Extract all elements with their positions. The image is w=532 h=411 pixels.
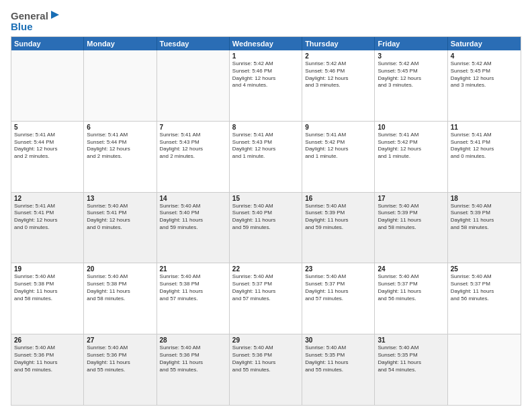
cal-cell: 8Sunrise: 5:41 AMSunset: 5:43 PMDaylight… [230, 122, 302, 192]
cell-line: Daylight: 11 hours [160, 288, 226, 295]
cell-line: Daylight: 12 hours [87, 217, 153, 224]
cell-line: Sunrise: 5:40 AM [160, 203, 226, 210]
cell-line: Daylight: 12 hours [14, 217, 81, 224]
header: General Blue [11, 8, 521, 32]
day-number: 24 [378, 265, 444, 273]
cell-line: Daylight: 12 hours [378, 146, 444, 153]
day-header-thursday: Thursday [302, 37, 375, 50]
logo-general: General [11, 10, 48, 21]
cell-line: Daylight: 11 hours [378, 288, 444, 295]
cell-line: Sunrise: 5:40 AM [14, 345, 81, 352]
cal-cell: 14Sunrise: 5:40 AMSunset: 5:40 PMDayligh… [157, 193, 230, 263]
day-number: 23 [305, 265, 371, 273]
cal-cell: 6Sunrise: 5:41 AMSunset: 5:44 PMDaylight… [84, 122, 157, 192]
cal-cell [157, 50, 230, 121]
cell-line: Daylight: 11 hours [14, 359, 81, 367]
cell-line: and 55 minutes. [160, 367, 226, 374]
cell-line: Sunset: 5:46 PM [305, 68, 371, 75]
cell-line: and 59 minutes. [160, 224, 226, 232]
cell-line: Daylight: 11 hours [305, 288, 371, 295]
cell-line: Sunrise: 5:40 AM [378, 345, 444, 352]
cell-line: Sunset: 5:40 PM [160, 210, 226, 217]
cal-cell: 1Sunrise: 5:42 AMSunset: 5:46 PMDaylight… [230, 50, 302, 121]
cal-cell: 19Sunrise: 5:40 AMSunset: 5:38 PMDayligh… [11, 263, 84, 334]
cell-line: and 55 minutes. [305, 367, 371, 374]
cell-line: Sunset: 5:38 PM [14, 281, 81, 288]
cell-line: and 59 minutes. [305, 224, 371, 232]
cell-line: Daylight: 11 hours [232, 359, 299, 367]
day-number: 8 [232, 124, 299, 131]
cell-line: Daylight: 12 hours [232, 146, 299, 153]
cal-cell: 2Sunrise: 5:42 AMSunset: 5:46 PMDaylight… [302, 50, 375, 121]
cell-line: Sunrise: 5:40 AM [305, 273, 371, 281]
cell-line: Sunrise: 5:40 AM [87, 345, 153, 352]
day-number: 3 [378, 52, 444, 60]
cell-line: and 54 minutes. [378, 367, 444, 374]
cell-line: Sunset: 5:37 PM [378, 281, 444, 288]
day-number: 16 [305, 195, 371, 202]
cell-line: Sunset: 5:36 PM [14, 352, 81, 359]
cal-cell [84, 50, 157, 121]
cell-line: and 58 minutes. [14, 295, 81, 303]
cal-cell: 30Sunrise: 5:40 AMSunset: 5:35 PMDayligh… [302, 334, 375, 405]
day-number: 11 [451, 124, 518, 131]
cell-line: Sunset: 5:41 PM [87, 210, 153, 217]
cell-line: Daylight: 11 hours [232, 288, 299, 295]
cell-line: Sunrise: 5:40 AM [451, 273, 518, 281]
day-number: 1 [232, 52, 299, 60]
cell-line: Daylight: 12 hours [305, 75, 371, 83]
page: General Blue SundayMondayTuesdayWednesda… [0, 0, 532, 411]
cal-row-0: 1Sunrise: 5:42 AMSunset: 5:46 PMDaylight… [11, 50, 521, 122]
cal-cell [11, 50, 84, 121]
cal-cell: 27Sunrise: 5:40 AMSunset: 5:36 PMDayligh… [84, 334, 157, 405]
cell-line: Sunrise: 5:40 AM [232, 345, 299, 352]
day-number: 26 [14, 336, 81, 344]
cal-row-3: 19Sunrise: 5:40 AMSunset: 5:38 PMDayligh… [11, 263, 521, 334]
cell-line: Sunrise: 5:41 AM [378, 132, 444, 139]
day-number: 20 [87, 265, 153, 273]
cell-line: Sunrise: 5:41 AM [305, 132, 371, 139]
day-number: 14 [160, 195, 226, 202]
cell-line: Sunrise: 5:40 AM [378, 273, 444, 281]
cell-line: Daylight: 11 hours [14, 288, 81, 295]
day-number: 15 [232, 195, 299, 202]
cal-cell: 22Sunrise: 5:40 AMSunset: 5:37 PMDayligh… [230, 263, 302, 334]
day-header-sunday: Sunday [11, 37, 84, 50]
day-header-wednesday: Wednesday [230, 37, 302, 50]
cell-line: Sunset: 5:37 PM [232, 281, 299, 288]
cell-line: and 56 minutes. [378, 295, 444, 303]
cal-cell: 16Sunrise: 5:40 AMSunset: 5:39 PMDayligh… [302, 193, 375, 263]
day-number: 21 [160, 265, 226, 273]
cell-line: and 2 minutes. [87, 153, 153, 161]
cell-line: Daylight: 12 hours [451, 75, 518, 83]
cell-line: Sunset: 5:43 PM [232, 139, 299, 146]
cell-line: and 58 minutes. [451, 224, 518, 232]
cal-cell: 5Sunrise: 5:41 AMSunset: 5:44 PMDaylight… [11, 122, 84, 192]
cell-line: Sunrise: 5:42 AM [378, 60, 444, 68]
day-number: 18 [451, 195, 518, 202]
cell-line: Daylight: 11 hours [160, 217, 226, 224]
cell-line: Sunset: 5:41 PM [14, 210, 81, 217]
cal-cell: 20Sunrise: 5:40 AMSunset: 5:38 PMDayligh… [84, 263, 157, 334]
cell-line: Sunrise: 5:41 AM [87, 132, 153, 139]
cal-cell: 15Sunrise: 5:40 AMSunset: 5:40 PMDayligh… [230, 193, 302, 263]
cal-cell: 11Sunrise: 5:41 AMSunset: 5:41 PMDayligh… [448, 122, 521, 192]
cell-line: and 57 minutes. [232, 295, 299, 303]
cell-line: Sunset: 5:39 PM [305, 210, 371, 217]
cell-line: and 2 minutes. [160, 153, 226, 161]
cell-line: Sunset: 5:42 PM [378, 139, 444, 146]
cell-line: Daylight: 11 hours [451, 288, 518, 295]
cell-line: and 2 minutes. [14, 153, 81, 161]
cell-line: and 0 minutes. [14, 224, 81, 232]
calendar-body: 1Sunrise: 5:42 AMSunset: 5:46 PMDaylight… [11, 50, 521, 405]
day-number: 30 [305, 336, 371, 344]
cell-line: Sunset: 5:38 PM [87, 281, 153, 288]
day-header-tuesday: Tuesday [157, 37, 230, 50]
day-number: 27 [87, 336, 153, 344]
cell-line: Sunset: 5:45 PM [451, 68, 518, 75]
cell-line: Daylight: 11 hours [451, 217, 518, 224]
cell-line: Sunset: 5:35 PM [378, 352, 444, 359]
cell-line: Daylight: 11 hours [232, 217, 299, 224]
cell-line: Sunrise: 5:41 AM [14, 132, 81, 139]
day-header-friday: Friday [375, 37, 447, 50]
